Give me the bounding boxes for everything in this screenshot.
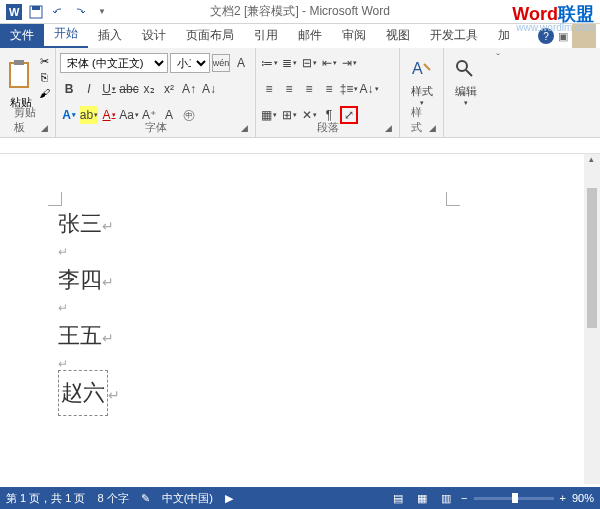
styles-launcher-icon[interactable]: ◢	[429, 123, 441, 135]
tab-mailings[interactable]: 邮件	[288, 23, 332, 48]
statusbar: 第 1 页，共 1 页 8 个字 ✎ 中文(中国) ▶ ▤ ▦ ▥ − + 90…	[0, 487, 600, 509]
strikethrough-button[interactable]: abc	[120, 80, 138, 98]
doc-line[interactable]: 李四↵↵	[58, 258, 542, 314]
status-words[interactable]: 8 个字	[97, 491, 128, 506]
svg-line-8	[466, 70, 472, 76]
line-spacing-button[interactable]: ‡≡	[340, 80, 358, 98]
grow-font-button[interactable]: A	[232, 54, 250, 72]
find-button[interactable]: 编辑▾	[448, 54, 484, 110]
scrollbar-thumb[interactable]	[587, 188, 597, 328]
svg-rect-4	[10, 63, 28, 87]
margin-corner-icon	[48, 192, 62, 206]
page: 张三↵↵ 李四↵↵ 王五↵↵ 赵六↵	[20, 162, 580, 436]
paragraph-launcher-icon[interactable]: ◢	[385, 123, 397, 135]
borders-button[interactable]: ⊞	[280, 106, 298, 124]
ruler[interactable]	[0, 138, 600, 154]
vertical-scrollbar[interactable]: ▴	[584, 154, 600, 484]
asian-layout-button[interactable]: ✕	[300, 106, 318, 124]
doc-line[interactable]: 王五↵↵	[58, 314, 542, 370]
numbering-button[interactable]: ≣	[280, 54, 298, 72]
zoom-slider[interactable]	[474, 497, 554, 500]
change-case-button[interactable]: Aa	[120, 106, 138, 124]
group-label-clipboard: 剪贴板	[14, 105, 42, 135]
status-macro-icon[interactable]: ▶	[225, 492, 233, 505]
font-name-select[interactable]: 宋体 (中文正文)	[60, 53, 168, 73]
group-font: 宋体 (中文正文) 小二 wén A B I U abc x₂ x² A↑ A↓…	[56, 48, 256, 137]
align-justify-button[interactable]: ≡	[320, 80, 338, 98]
group-styles: A 样式▾ 样式 ◢	[400, 48, 444, 137]
font-launcher-icon[interactable]: ◢	[241, 123, 253, 135]
shading-button[interactable]: ▦	[260, 106, 278, 124]
decrease-indent-button[interactable]: ⇤	[320, 54, 338, 72]
status-page[interactable]: 第 1 页，共 1 页	[6, 491, 85, 506]
tab-insert[interactable]: 插入	[88, 23, 132, 48]
svg-rect-5	[14, 60, 24, 65]
status-proofing-icon[interactable]: ✎	[141, 492, 150, 505]
increase-indent-button[interactable]: ⇥	[340, 54, 358, 72]
group-label-font: 字体	[145, 120, 167, 135]
underline-button[interactable]: U	[100, 80, 118, 98]
bold-button[interactable]: B	[60, 80, 78, 98]
undo-icon[interactable]	[48, 2, 68, 22]
status-language[interactable]: 中文(中国)	[162, 491, 213, 506]
zoom-out-button[interactable]: −	[461, 492, 467, 504]
doc-line[interactable]: 赵六↵	[58, 370, 542, 416]
tab-developer[interactable]: 开发工具	[420, 23, 488, 48]
svg-text:A: A	[412, 60, 423, 77]
word-icon: W	[4, 2, 24, 22]
svg-text:W: W	[9, 6, 20, 18]
align-left-button[interactable]: ≡	[260, 80, 278, 98]
qat-customize-icon[interactable]: ▼	[92, 2, 112, 22]
tab-file[interactable]: 文件	[0, 23, 44, 48]
document-area[interactable]: 张三↵↵ 李四↵↵ 王五↵↵ 赵六↵ ▴	[0, 154, 600, 484]
svg-rect-3	[32, 6, 40, 10]
watermark-url: www.wordlm.com	[516, 22, 594, 33]
collapse-ribbon-icon[interactable]: ˇ	[488, 48, 508, 64]
save-icon[interactable]	[26, 2, 46, 22]
scroll-up-icon[interactable]: ▴	[584, 154, 598, 168]
select-objects-button[interactable]: ⤢	[340, 106, 358, 124]
subscript-button[interactable]: x₂	[140, 80, 158, 98]
font-color-button[interactable]: A	[100, 106, 118, 124]
read-mode-icon[interactable]: ▤	[389, 490, 407, 506]
margin-corner-icon	[446, 192, 460, 206]
group-editing: 编辑▾	[444, 48, 488, 137]
redo-icon[interactable]	[70, 2, 90, 22]
align-center-button[interactable]: ≡	[280, 80, 298, 98]
zoom-level[interactable]: 90%	[572, 492, 594, 504]
styles-button[interactable]: A 样式▾	[404, 54, 440, 110]
tab-pagelayout[interactable]: 页面布局	[176, 23, 244, 48]
align-right-button[interactable]: ≡	[300, 80, 318, 98]
tab-view[interactable]: 视图	[376, 23, 420, 48]
font-size-select[interactable]: 小二	[170, 53, 210, 73]
zoom-in-button[interactable]: +	[560, 492, 566, 504]
highlight-button[interactable]: ab	[80, 106, 98, 124]
multilevel-list-button[interactable]: ⊟	[300, 54, 318, 72]
print-layout-icon[interactable]: ▦	[413, 490, 431, 506]
group-label-paragraph: 段落	[317, 120, 339, 135]
italic-button[interactable]: I	[80, 80, 98, 98]
tab-references[interactable]: 引用	[244, 23, 288, 48]
tab-review[interactable]: 审阅	[332, 23, 376, 48]
grow-font-icon[interactable]: A↑	[180, 80, 198, 98]
bullets-button[interactable]: ≔	[260, 54, 278, 72]
cut-icon[interactable]: ✂	[37, 54, 51, 68]
format-painter-icon[interactable]: 🖌	[37, 86, 51, 100]
enclose-chars-button[interactable]: ㊥	[180, 106, 198, 124]
window-title: 文档2 [兼容模式] - Microsoft Word	[210, 3, 390, 20]
group-paragraph: ≔ ≣ ⊟ ⇤ ⇥ ≡ ≡ ≡ ≡ ‡≡ A↓ ▦ ⊞ ✕ ¶ ⤢ 段落 ◢	[256, 48, 400, 137]
clipboard-launcher-icon[interactable]: ◢	[41, 123, 53, 135]
sort-button[interactable]: A↓	[360, 80, 378, 98]
clear-formatting-button[interactable]: wén	[212, 54, 230, 72]
tab-home[interactable]: 开始	[44, 21, 88, 48]
text-effects-button[interactable]: A	[60, 106, 78, 124]
web-layout-icon[interactable]: ▥	[437, 490, 455, 506]
superscript-button[interactable]: x²	[160, 80, 178, 98]
svg-point-7	[457, 61, 467, 71]
tab-design[interactable]: 设计	[132, 23, 176, 48]
group-clipboard: 粘贴 ✂ ⎘ 🖌 剪贴板 ◢	[0, 48, 56, 137]
doc-line[interactable]: 张三↵↵	[58, 202, 542, 258]
copy-icon[interactable]: ⎘	[37, 70, 51, 84]
shrink-font-icon[interactable]: A↓	[200, 80, 218, 98]
